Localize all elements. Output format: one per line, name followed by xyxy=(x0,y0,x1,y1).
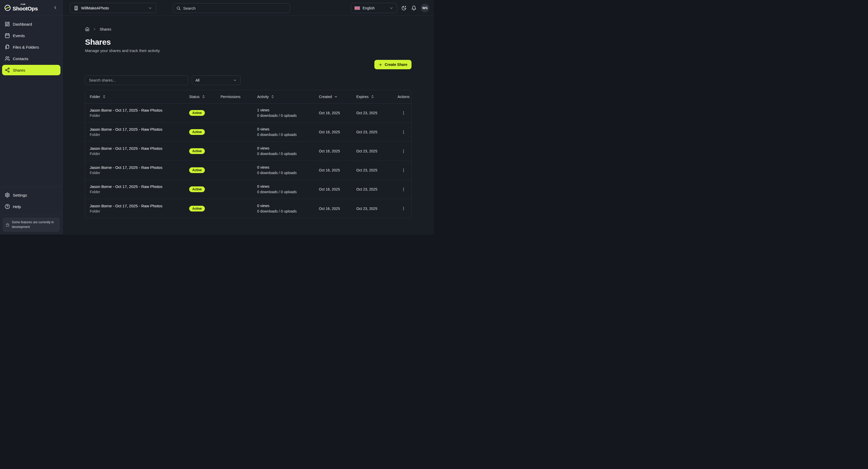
sidebar-item-files-folders[interactable]: Files & Folders xyxy=(2,42,60,52)
row-actions-button[interactable] xyxy=(400,205,407,212)
column-header-created[interactable]: Created xyxy=(319,95,356,99)
sidebar-item-shares[interactable]: Shares xyxy=(2,65,60,75)
share-row[interactable]: Jason Borne - Oct 17, 2025 - Raw PhotosF… xyxy=(85,142,411,161)
dev-notice-text: Some features are currently in developme… xyxy=(12,220,57,229)
sidebar-item-label: Dashboard xyxy=(13,22,32,26)
share-views: 0 views xyxy=(257,127,319,132)
status-badge: Active xyxy=(189,187,205,192)
kebab-menu-icon xyxy=(401,111,406,115)
share-row[interactable]: Jason Borne - Oct 17, 2025 - Raw PhotosF… xyxy=(85,199,411,218)
row-actions-button[interactable] xyxy=(400,109,407,116)
shares-search-input[interactable] xyxy=(85,75,188,85)
app-logo-text: FOR ShootOps xyxy=(12,5,38,11)
sidebar-item-label: Files & Folders xyxy=(13,45,39,49)
column-header-actions: Actions xyxy=(395,95,411,99)
column-header-activity[interactable]: Activity xyxy=(257,95,319,99)
row-actions-button[interactable] xyxy=(400,128,407,136)
moon-stars-icon xyxy=(401,5,406,11)
share-row[interactable]: Jason Borne - Oct 17, 2025 - Raw PhotosF… xyxy=(85,103,411,123)
share-expires-date: Oct 23, 2025 xyxy=(356,168,395,172)
share-row[interactable]: Jason Borne - Oct 17, 2025 - Raw PhotosF… xyxy=(85,123,411,142)
topbar-right: English WS xyxy=(351,0,429,16)
sidebar-item-contacts[interactable]: Contacts xyxy=(2,53,60,64)
share-views: 0 views xyxy=(257,146,319,151)
column-label: Folder xyxy=(90,95,100,99)
global-search-input[interactable] xyxy=(183,6,286,10)
column-header-permissions: Permissions xyxy=(220,95,257,99)
share-downloads-uploads: 0 downloads / 0 uploads xyxy=(257,132,319,137)
bell-icon xyxy=(411,5,416,11)
status-badge: Active xyxy=(189,167,205,173)
status-filter-value: All xyxy=(195,78,199,82)
kebab-menu-icon xyxy=(401,168,406,172)
create-share-label: Create Share xyxy=(385,63,407,67)
share-expires-date: Oct 23, 2025 xyxy=(356,149,395,153)
column-label: Created xyxy=(319,95,332,99)
share-row[interactable]: Jason Borne - Oct 17, 2025 - Raw PhotosF… xyxy=(85,180,411,199)
app-logo[interactable]: FOR ShootOps xyxy=(4,4,38,11)
share-row[interactable]: Jason Borne - Oct 17, 2025 - Raw PhotosF… xyxy=(85,161,411,180)
notifications-button[interactable] xyxy=(411,5,417,11)
sidebar-header: FOR ShootOps xyxy=(0,0,63,16)
chevron-right-icon xyxy=(93,28,96,31)
create-share-button[interactable]: Create Share xyxy=(374,60,411,69)
share-downloads-uploads: 0 downloads / 0 uploads xyxy=(257,152,319,156)
status-badge: Active xyxy=(189,110,205,116)
sort-icon xyxy=(102,95,106,99)
share-created-date: Oct 16, 2025 xyxy=(319,187,356,191)
sidebar-item-dashboard[interactable]: Dashboard xyxy=(2,19,60,29)
table-body: Jason Borne - Oct 17, 2025 - Raw PhotosF… xyxy=(85,103,411,218)
organization-selector[interactable]: WillMakeAPhoto xyxy=(70,3,156,13)
app-window: FOR ShootOps DashboardEventsFiles & Fold… xyxy=(0,0,434,234)
sidebar-item-label: Help xyxy=(13,204,21,209)
column-label: Actions xyxy=(398,95,410,99)
page-content: Shares Shares Manage your shares and tra… xyxy=(63,16,434,234)
column-header-folder[interactable]: Folder xyxy=(85,95,189,99)
column-header-expires[interactable]: Expires xyxy=(356,95,395,99)
status-badge: Active xyxy=(189,148,205,154)
column-header-status[interactable]: Status xyxy=(189,95,220,99)
logo-icon xyxy=(4,4,11,11)
row-actions-button[interactable] xyxy=(400,167,407,174)
share-created-date: Oct 16, 2025 xyxy=(319,130,356,134)
share-folder-name: Jason Borne - Oct 17, 2025 - Raw Photos xyxy=(90,184,189,189)
language-label: English xyxy=(363,6,375,10)
avatar[interactable]: WS xyxy=(421,4,429,12)
sort-icon xyxy=(202,95,205,99)
settings-icon xyxy=(5,192,10,198)
share-expires-date: Oct 23, 2025 xyxy=(356,206,395,211)
share-folder-type: Folder xyxy=(90,170,189,175)
sort-icon xyxy=(271,95,274,99)
page-subtitle: Manage your shares and track their activ… xyxy=(85,48,411,53)
share-folder-type: Folder xyxy=(90,132,189,137)
breadcrumb-home-link[interactable] xyxy=(85,27,90,31)
status-badge: Active xyxy=(189,129,205,135)
sidebar-collapse-button[interactable] xyxy=(53,5,58,10)
share-views: 1 views xyxy=(257,108,319,113)
language-selector[interactable]: English xyxy=(351,3,397,13)
search-icon xyxy=(176,6,181,10)
sidebar-item-settings[interactable]: Settings xyxy=(2,190,60,200)
calendar-icon xyxy=(5,33,10,38)
kebab-menu-icon xyxy=(401,206,406,211)
share-expires-date: Oct 23, 2025 xyxy=(356,187,395,191)
theme-toggle-button[interactable] xyxy=(401,5,407,11)
share-created-date: Oct 16, 2025 xyxy=(319,111,356,115)
sidebar-nav: DashboardEventsFiles & FoldersContactsSh… xyxy=(0,16,63,187)
share-folder-name: Jason Borne - Oct 17, 2025 - Raw Photos xyxy=(90,165,189,170)
row-actions-button[interactable] xyxy=(400,186,407,193)
help-icon xyxy=(5,204,10,209)
status-filter-select[interactable]: All xyxy=(192,75,241,85)
share-created-date: Oct 16, 2025 xyxy=(319,206,356,211)
users-icon xyxy=(5,56,10,61)
share-folder-name: Jason Borne - Oct 17, 2025 - Raw Photos xyxy=(90,108,189,113)
sidebar-item-events[interactable]: Events xyxy=(2,30,60,41)
sidebar-item-help[interactable]: Help xyxy=(2,201,60,212)
share-downloads-uploads: 0 downloads / 0 uploads xyxy=(257,170,319,175)
plus-icon xyxy=(378,63,382,67)
kebab-menu-icon xyxy=(401,130,406,134)
files-icon xyxy=(5,44,10,50)
kebab-menu-icon xyxy=(401,149,406,154)
row-actions-button[interactable] xyxy=(400,147,407,155)
page-title: Shares xyxy=(85,38,411,46)
